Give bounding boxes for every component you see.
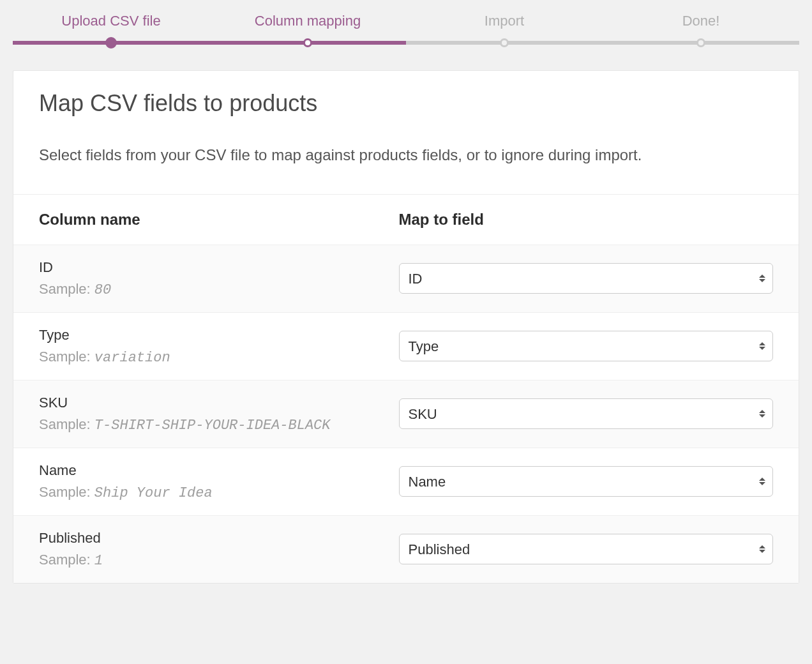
mapping-card: Map CSV fields to products Select fields…: [13, 70, 799, 584]
table-row: Name Sample: Ship Your Idea Name: [13, 448, 799, 515]
step-import: Import: [406, 13, 603, 41]
step-dot-3: [500, 38, 509, 47]
column-header-name: Column name: [39, 211, 399, 229]
column-name: Published: [39, 530, 399, 547]
column-sample: Sample: T-SHIRT-SHIP-YOUR-IDEA-BLACK: [39, 416, 399, 434]
column-name: Type: [39, 327, 399, 343]
progress-fill: [13, 41, 406, 45]
progress-track: [13, 41, 799, 45]
map-field-select[interactable]: Type: [399, 331, 774, 361]
step-column-mapping[interactable]: Column mapping: [209, 13, 406, 41]
progress-stepper: Upload CSV file Column mapping Import Do…: [0, 0, 812, 45]
map-field-select[interactable]: ID: [399, 263, 774, 294]
column-name: ID: [39, 259, 399, 276]
step-dot-4: [696, 38, 705, 47]
page-title: Map CSV fields to products: [39, 90, 773, 117]
table-row: Published Sample: 1 Published: [13, 515, 799, 583]
map-field-select[interactable]: SKU: [399, 398, 774, 429]
map-field-select[interactable]: Name: [399, 466, 774, 497]
column-name: SKU: [39, 395, 399, 411]
page-description: Select fields from your CSV file to map …: [39, 142, 773, 169]
column-sample: Sample: variation: [39, 349, 399, 366]
column-sample: Sample: 80: [39, 281, 399, 298]
step-dot-1: [105, 37, 117, 49]
table-row: ID Sample: 80 ID: [13, 245, 799, 312]
column-sample: Sample: Ship Your Idea: [39, 484, 399, 501]
step-dot-2: [303, 38, 312, 47]
column-header-map-to-field: Map to field: [399, 211, 774, 229]
column-name: Name: [39, 462, 399, 479]
column-sample: Sample: 1: [39, 552, 399, 569]
table-row: Type Sample: variation Type: [13, 312, 799, 380]
table-row: SKU Sample: T-SHIRT-SHIP-YOUR-IDEA-BLACK…: [13, 380, 799, 448]
mapping-table: Column name Map to field ID Sample: 80 I…: [13, 195, 799, 583]
map-field-select[interactable]: Published: [399, 534, 774, 564]
step-done: Done!: [603, 13, 799, 41]
